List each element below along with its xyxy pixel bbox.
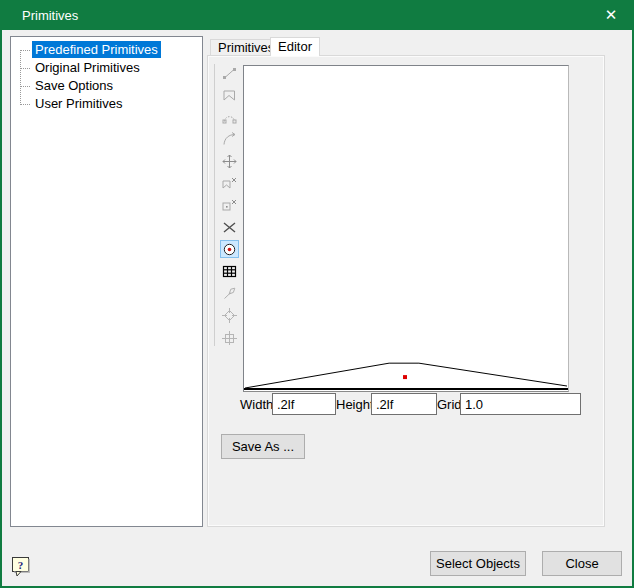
spline-tool-button[interactable] — [220, 108, 239, 126]
titlebar: Primitives ✕ — [0, 0, 634, 30]
editor-panel: Width Height Grid Save As ... — [207, 55, 605, 527]
polygon-tool-button[interactable] — [220, 86, 239, 104]
delete-polygon-tool-button[interactable] — [220, 174, 239, 192]
tree-item-label: User Primitives — [32, 95, 125, 112]
category-tree: Predefined Primitives Original Primitive… — [10, 36, 203, 527]
svg-text:?: ? — [18, 559, 24, 571]
primitives-dialog: Primitives ✕ Predefined Primitives Origi… — [0, 0, 634, 588]
arc-tool-button[interactable] — [220, 130, 239, 148]
width-label: Width — [240, 397, 273, 412]
delete-box-tool-button[interactable] — [220, 196, 239, 214]
editor-canvas[interactable] — [243, 65, 569, 392]
move-tool-button[interactable] — [220, 152, 239, 170]
tab-editor[interactable]: Editor — [270, 37, 320, 56]
tree-item-label: Predefined Primitives — [32, 41, 161, 58]
delete-tool-button[interactable] — [220, 218, 239, 236]
origin-marker — [403, 375, 407, 379]
snap-grid-tool-button[interactable] — [220, 328, 239, 346]
select-objects-button[interactable]: Select Objects — [430, 551, 526, 576]
point-tool-button[interactable] — [220, 240, 239, 258]
tree-item-label: Save Options — [32, 77, 116, 94]
tree-item-original-primitives[interactable]: Original Primitives — [11, 59, 202, 77]
grid-label: Grid — [437, 397, 462, 412]
window-title: Primitives — [0, 8, 78, 23]
close-icon[interactable]: ✕ — [588, 0, 634, 30]
tree-item-user-primitives[interactable]: User Primitives — [11, 95, 202, 113]
tree-item-predefined-primitives[interactable]: Predefined Primitives — [11, 41, 202, 59]
grid-input[interactable] — [460, 393, 581, 415]
height-label: Height — [336, 397, 374, 412]
tree-item-label: Original Primitives — [32, 59, 143, 76]
save-as-button[interactable]: Save As ... — [221, 434, 305, 459]
width-input[interactable] — [272, 393, 336, 415]
primitive-shape-triangle — [244, 66, 568, 391]
tab-label: Editor — [278, 39, 312, 54]
tree-item-save-options[interactable]: Save Options — [11, 77, 202, 95]
tab-label: Primitives — [218, 40, 274, 55]
grid-tool-button[interactable] — [220, 262, 239, 280]
snap-diamond-tool-button[interactable] — [220, 306, 239, 324]
help-icon[interactable]: ? — [10, 555, 32, 579]
editor-toolbar — [214, 64, 242, 346]
line-tool-button[interactable] — [220, 64, 239, 82]
height-input[interactable] — [371, 393, 437, 415]
arrow-tool-button[interactable] — [220, 284, 239, 302]
close-button[interactable]: Close — [542, 551, 622, 576]
